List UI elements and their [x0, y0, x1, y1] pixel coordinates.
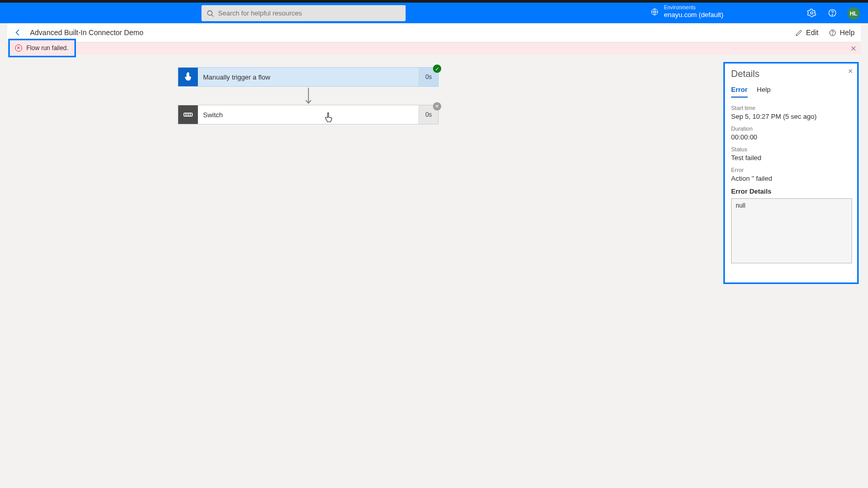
page-subheader: Advanced Built-In Connector Demo Edit He… [7, 23, 861, 42]
svg-point-0 [208, 10, 212, 15]
flow-card-trigger[interactable]: Manually trigger a flow 0s [178, 67, 439, 87]
error-banner-message: Flow run failed. [26, 44, 68, 52]
search-input[interactable] [218, 9, 400, 17]
error-banner-highlight: ✕ Flow run failed. [8, 39, 76, 57]
switch-icon-slot [178, 105, 198, 124]
help-button[interactable]: Help [829, 28, 855, 37]
edit-button[interactable]: Edit [795, 28, 818, 37]
edit-label: Edit [806, 28, 818, 37]
error-value: Action '' failed [731, 175, 852, 182]
start-time-value: Sep 5, 10:27 PM (5 sec ago) [731, 113, 852, 120]
svg-point-3 [811, 12, 813, 14]
flow-card-switch[interactable]: Switch 0s [178, 105, 439, 124]
svg-point-7 [832, 34, 833, 35]
banner-close-icon[interactable]: ✕ [850, 44, 857, 53]
switch-icon [183, 112, 193, 117]
status-label: Status [731, 146, 852, 152]
environment-value: enayu.com (default) [664, 11, 723, 19]
help-icon[interactable] [828, 8, 837, 18]
back-arrow-icon[interactable] [13, 28, 23, 37]
flow-connector-arrow [308, 88, 308, 103]
start-time-label: Start time [731, 105, 852, 111]
duration-value: 00:00:00 [731, 133, 852, 141]
global-search[interactable] [202, 5, 406, 21]
duration-label: Duration [731, 125, 852, 132]
help-circle-icon [829, 29, 836, 37]
environment-icon [650, 8, 659, 16]
error-details-text[interactable] [731, 198, 852, 263]
topbar-actions [807, 3, 837, 23]
settings-icon[interactable] [807, 8, 816, 18]
svg-point-5 [832, 14, 832, 15]
mouse-cursor [324, 112, 333, 122]
trigger-icon-slot [178, 68, 198, 86]
touch-icon [183, 72, 193, 82]
status-fail-icon [433, 102, 441, 111]
error-label: Error [731, 167, 852, 173]
user-avatar[interactable]: HL [847, 7, 860, 20]
page-title: Advanced Built-In Connector Demo [30, 28, 143, 37]
app-topbar: Environments enayu.com (default) HL [0, 3, 868, 23]
pencil-icon [795, 29, 803, 37]
environment-text: Environments enayu.com (default) [664, 5, 723, 19]
error-banner: ✕ [7, 42, 861, 54]
details-close-icon[interactable]: ✕ [848, 68, 853, 75]
details-title: Details [731, 69, 852, 80]
help-label: Help [840, 28, 855, 37]
environment-picker[interactable]: Environments enayu.com (default) [650, 5, 723, 19]
switch-label: Switch [198, 105, 419, 124]
details-tabs: Error Help [731, 86, 852, 98]
error-circle-icon: ✕ [15, 44, 22, 52]
tab-error[interactable]: Error [731, 86, 748, 98]
svg-line-1 [212, 14, 214, 17]
trigger-label: Manually trigger a flow [198, 68, 419, 86]
details-panel: Details ✕ Error Help Start time Sep 5, 1… [723, 62, 859, 284]
tab-help[interactable]: Help [757, 86, 771, 98]
page-actions: Edit Help [795, 28, 855, 37]
error-details-heading: Error Details [731, 187, 852, 195]
search-icon [207, 10, 214, 17]
environment-label: Environments [664, 5, 723, 11]
status-value: Test failed [731, 154, 852, 162]
status-success-icon [433, 65, 441, 73]
